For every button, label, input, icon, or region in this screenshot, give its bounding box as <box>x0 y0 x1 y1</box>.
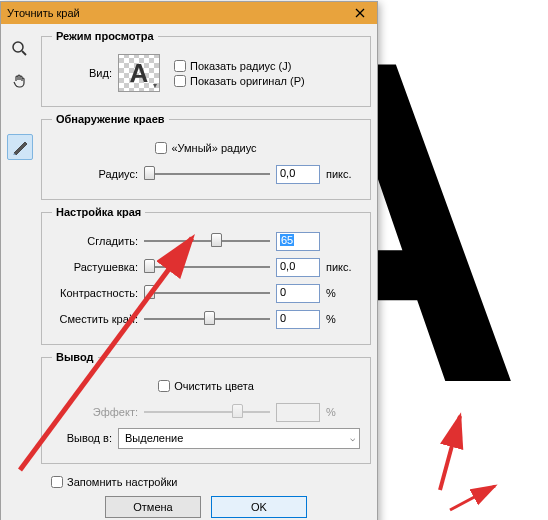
shift-slider[interactable] <box>144 310 270 328</box>
thumb-letter: A <box>130 58 149 89</box>
title-bar: Уточнить край <box>1 2 377 24</box>
shift-input[interactable]: 0 <box>276 310 320 329</box>
view-thumbnail-picker[interactable]: A ▾ <box>118 54 160 92</box>
view-legend: Режим просмотра <box>52 30 158 42</box>
output-to-select[interactable]: Выделение ⌵ <box>118 428 360 449</box>
view-label: Вид: <box>52 67 112 79</box>
output-to-label: Вывод в: <box>52 432 112 444</box>
edge-adjust-group: Настройка края Сгладить: 65 Растушевка: … <box>41 206 371 345</box>
radius-label: Радиус: <box>52 168 138 180</box>
effect-unit: % <box>326 406 360 418</box>
feather-label: Растушевка: <box>52 261 138 273</box>
chevron-down-icon: ▾ <box>153 81 157 90</box>
refine-edge-dialog: Уточнить край Режим просмотра Вид: <box>0 1 378 520</box>
zoom-icon <box>11 40 29 58</box>
shift-label: Сместить край: <box>52 313 138 325</box>
edge-detection-group: Обнаружение краев «Умный» радиус Радиус:… <box>41 113 371 200</box>
edge-legend: Обнаружение краев <box>52 113 169 125</box>
contrast-label: Контрастность: <box>52 287 138 299</box>
radius-input[interactable]: 0,0 <box>276 165 320 184</box>
hand-icon <box>11 72 29 90</box>
refine-brush-tool[interactable] <box>7 134 33 160</box>
shift-unit: % <box>326 313 360 325</box>
close-button[interactable] <box>343 2 377 24</box>
output-group: Вывод Очистить цвета Эффект: % Вывод в: … <box>41 351 371 464</box>
effect-label: Эффект: <box>52 406 138 418</box>
effect-slider <box>144 403 270 421</box>
feather-slider[interactable] <box>144 258 270 276</box>
contrast-slider[interactable] <box>144 284 270 302</box>
smooth-input[interactable]: 65 <box>276 232 320 251</box>
output-legend: Вывод <box>52 351 98 363</box>
smooth-label: Сгладить: <box>52 235 138 247</box>
svg-point-2 <box>13 42 23 52</box>
ok-button[interactable]: OK <box>211 496 307 518</box>
view-mode-group: Режим просмотра Вид: A ▾ Показать радиус… <box>41 30 371 107</box>
zoom-tool[interactable] <box>7 36 33 62</box>
feather-unit: пикс. <box>326 261 360 273</box>
effect-input <box>276 403 320 422</box>
smart-radius-checkbox[interactable]: «Умный» радиус <box>155 142 256 154</box>
svg-line-3 <box>22 51 26 55</box>
contrast-input[interactable]: 0 <box>276 284 320 303</box>
window-title: Уточнить край <box>7 7 80 19</box>
brush-icon <box>11 138 29 156</box>
radius-slider[interactable] <box>144 165 270 183</box>
chevron-down-icon: ⌵ <box>350 433 355 443</box>
show-original-checkbox[interactable]: Показать оригинал (P) <box>174 75 305 87</box>
remember-settings-checkbox[interactable]: Запомнить настройки <box>51 476 361 488</box>
show-radius-checkbox[interactable]: Показать радиус (J) <box>174 60 305 72</box>
cancel-button[interactable]: Отмена <box>105 496 201 518</box>
radius-unit: пикс. <box>326 168 360 180</box>
adjust-legend: Настройка края <box>52 206 145 218</box>
contrast-unit: % <box>326 287 360 299</box>
feather-input[interactable]: 0,0 <box>276 258 320 277</box>
tool-column <box>7 30 37 520</box>
smooth-slider[interactable] <box>144 232 270 250</box>
close-icon <box>355 8 365 18</box>
decontaminate-checkbox[interactable]: Очистить цвета <box>158 380 254 392</box>
hand-tool[interactable] <box>7 68 33 94</box>
